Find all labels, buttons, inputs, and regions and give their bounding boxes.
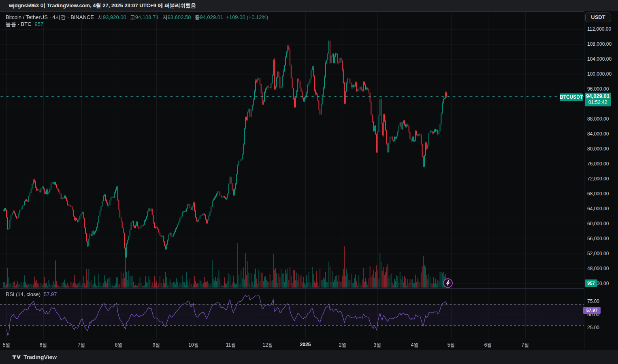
- rsi-value-badge: 57.97: [583, 307, 601, 314]
- last-price-value: 94,029.01: [585, 93, 611, 99]
- change-value: +109.00 (+0.12%): [226, 14, 268, 20]
- time-axis-label: 8월: [115, 342, 123, 349]
- price-axis-label: 52,000.00: [587, 251, 609, 256]
- currency-toggle-button[interactable]: USDT: [585, 13, 611, 22]
- tradingview-logo-icon: [12, 353, 21, 361]
- low-value: 93,602.58: [168, 14, 191, 20]
- rsi-axis-label: 25.00: [587, 325, 599, 330]
- publish-bar-text: wjdgns5963 이 TradingView.com, 4월 27, 202…: [9, 2, 196, 8]
- price-axis-label: 48,000.00: [587, 266, 609, 271]
- time-axis-label: 3월: [374, 342, 381, 349]
- last-price-badge: 94,029.01 01:52:42: [585, 93, 611, 106]
- volume-label: 볼륨 · BTC: [6, 21, 32, 27]
- open-label: 시: [98, 14, 103, 20]
- price-axis-label: 104,000.00: [587, 56, 612, 62]
- price-axis-label: 88,000.00: [587, 116, 609, 122]
- time-axis-label: 2025: [300, 342, 311, 347]
- footer-bar: TradingView: [0, 350, 618, 364]
- tradingview-logo-text: TradingView: [23, 354, 57, 360]
- rsi-label: RSI (14, close): [6, 291, 40, 297]
- price-axis-label: 108,000.00: [587, 41, 612, 47]
- price-axis-label: 76,000.00: [587, 161, 609, 167]
- price-axis-label: 112,000.00: [587, 26, 611, 32]
- volume-value: 957: [35, 21, 44, 27]
- symbol-price-label-badge: BTCUSDT: [560, 93, 583, 101]
- open-value: 93,920.00: [103, 14, 126, 20]
- boost-button[interactable]: [443, 278, 453, 288]
- low-label: 저: [162, 14, 168, 20]
- time-axis-label: 9월: [153, 342, 160, 349]
- price-axis-label: 100,000.00: [587, 71, 612, 77]
- symbol-legend[interactable]: Bitcoin / TetherUS · 4시간 · BINANCE시93,92…: [6, 14, 268, 21]
- rsi-value: 57.97: [44, 291, 57, 297]
- publish-bar: wjdgns5963 이 TradingView.com, 4월 27, 202…: [0, 0, 618, 11]
- time-axis-label: 4월: [411, 342, 419, 349]
- time-axis-label: 11월: [226, 342, 236, 349]
- volume-legend[interactable]: 볼륨 · BTC957: [6, 21, 43, 28]
- price-scale[interactable]: 112,000.00108,000.00104,000.00100,000.00…: [584, 11, 618, 350]
- close-label: 종: [194, 14, 200, 20]
- time-axis[interactable]: 5월6월7월8월9월10월11월12월20252월3월4월5월6월7월: [0, 339, 584, 350]
- volume-value-badge: 957: [585, 279, 597, 287]
- time-axis-label: 7월: [522, 342, 529, 349]
- time-axis-label: 5월: [448, 342, 455, 349]
- price-axis-label: 80,000.00: [587, 146, 609, 152]
- rsi-legend[interactable]: RSI (14, close)57.97: [6, 291, 57, 297]
- close-value: 94,029.01: [200, 14, 223, 20]
- price-axis-label: 64,000.00: [587, 206, 609, 212]
- price-axis-label: 68,000.00: [587, 191, 609, 197]
- time-axis-label: 12월: [262, 342, 273, 349]
- price-axis-label: 72,000.00: [587, 176, 609, 182]
- price-axis-label: 96,000.00: [587, 86, 609, 92]
- price-axis-label: 84,000.00: [587, 131, 609, 137]
- price-axis-label: 56,000.00: [587, 236, 609, 241]
- high-value: 94,108.71: [135, 14, 159, 20]
- price-axis-label: 60,000.00: [587, 221, 609, 226]
- time-axis-label: 6월: [40, 342, 47, 349]
- tradingview-logo[interactable]: TradingView: [12, 353, 57, 361]
- time-axis-label: 7월: [78, 342, 85, 349]
- time-axis-label: 5월: [3, 342, 11, 349]
- rsi-axis-label: 75.00: [587, 298, 599, 304]
- high-label: 고: [130, 14, 135, 20]
- price-chart-canvas[interactable]: [0, 0, 584, 350]
- time-axis-label: 6월: [484, 342, 492, 349]
- time-axis-label: 10월: [188, 342, 198, 349]
- bar-countdown: 01:52:42: [585, 99, 611, 106]
- symbol-title: Bitcoin / TetherUS · 4시간 · BINANCE: [6, 14, 94, 20]
- time-axis-label: 2월: [339, 342, 347, 349]
- lightning-icon: [445, 280, 450, 286]
